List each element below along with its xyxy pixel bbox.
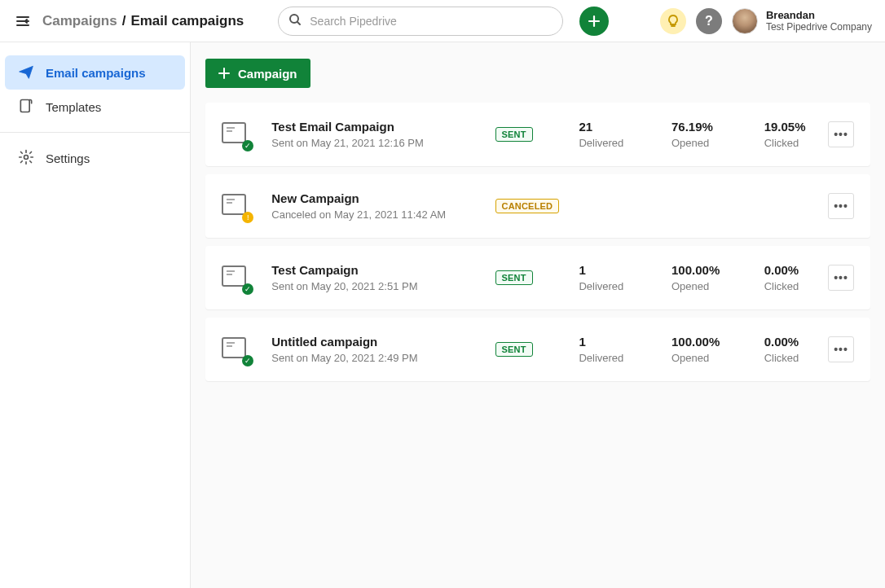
breadcrumb: Campaigns / Email campaigns [42, 13, 244, 29]
topbar-right: ? Breandan Test Pipedrive Company [660, 8, 872, 34]
main: Campaign ✓Test Email CampaignSent on May… [191, 42, 885, 588]
sidebar-item-label: Settings [46, 151, 90, 165]
status-badge: SENT [495, 127, 533, 142]
row-actions-button[interactable]: ••• [828, 336, 854, 362]
create-campaign-button[interactable]: Campaign [205, 59, 310, 88]
sidebar: Email campaigns Templates Sett [0, 42, 191, 588]
global-add-button[interactable] [579, 7, 609, 36]
status-badge: SENT [495, 342, 533, 357]
search-input[interactable] [308, 14, 553, 29]
stat-opened: 76.19%Opened [671, 120, 764, 149]
breadcrumb-sep: / [122, 13, 126, 29]
campaign-subtitle: Canceled on May 21, 2021 11:42 AM [271, 208, 495, 221]
help-icon[interactable]: ? [696, 8, 722, 34]
svg-point-2 [24, 155, 29, 159]
status-badge: CANCELED [495, 199, 560, 213]
stat-clicked: 0.00%Clicked [764, 335, 828, 364]
stat-clicked: 19.05%Clicked [764, 120, 828, 149]
sidebar-item-label: Email campaigns [46, 66, 146, 80]
avatar [732, 8, 758, 34]
row-actions-button[interactable]: ••• [828, 265, 854, 291]
stat-delivered: 1Delivered [579, 335, 671, 364]
stat-delivered: 1Delivered [579, 263, 671, 292]
campaign-subtitle: Sent on May 20, 2021 2:51 PM [271, 280, 495, 292]
create-campaign-label: Campaign [238, 67, 297, 81]
campaign-status-icon: ✓ [222, 265, 250, 290]
campaign-status-icon: ! [222, 194, 250, 218]
row-actions-button[interactable]: ••• [828, 121, 854, 147]
search-icon [288, 13, 302, 29]
search-input-wrapper[interactable] [278, 7, 563, 36]
templates-icon [18, 98, 34, 116]
campaign-name: New Campaign [271, 191, 495, 205]
campaign-status-icon: ✓ [222, 122, 250, 147]
user-company: Test Pipedrive Company [766, 21, 872, 33]
sidebar-item-email-campaigns[interactable]: Email campaigns [5, 55, 185, 90]
campaign-row[interactable]: ✓Test Email CampaignSent on May 21, 2021… [205, 103, 870, 166]
sidebar-divider [0, 132, 190, 133]
sidebar-item-settings[interactable]: Settings [5, 141, 185, 175]
topbar: Campaigns / Email campaigns ? Breandan [0, 0, 885, 42]
campaign-row[interactable]: ✓Test CampaignSent on May 20, 2021 2:51 … [205, 246, 870, 309]
campaign-subtitle: Sent on May 21, 2021 12:16 PM [271, 137, 495, 149]
campaign-name: Untitled campaign [271, 335, 495, 349]
breadcrumb-parent[interactable]: Campaigns [42, 13, 117, 29]
stat-opened: 100.00%Opened [671, 335, 764, 364]
campaign-subtitle: Sent on May 20, 2021 2:49 PM [271, 352, 495, 364]
user-menu[interactable]: Breandan Test Pipedrive Company [732, 8, 872, 34]
stat-delivered: 21Delivered [579, 120, 671, 149]
stat-clicked: 0.00%Clicked [764, 263, 828, 292]
campaign-status-icon: ✓ [222, 337, 250, 362]
sidebar-item-templates[interactable]: Templates [5, 90, 185, 124]
gear-icon [18, 149, 34, 168]
sidebar-item-label: Templates [46, 100, 101, 114]
email-icon [18, 64, 34, 82]
user-name: Breandan [766, 9, 872, 22]
campaign-row[interactable]: !New CampaignCanceled on May 21, 2021 11… [205, 174, 870, 238]
stat-opened: 100.00%Opened [671, 263, 764, 292]
tips-bulb-icon[interactable] [660, 8, 686, 34]
row-actions-button[interactable]: ••• [828, 193, 854, 219]
campaign-name: Test Campaign [271, 263, 495, 277]
breadcrumb-current: Email campaigns [130, 13, 244, 29]
layout: Email campaigns Templates Sett [0, 42, 885, 588]
svg-rect-1 [20, 99, 29, 112]
campaign-list: ✓Test Email CampaignSent on May 21, 2021… [205, 103, 870, 381]
status-badge: SENT [495, 270, 533, 285]
campaign-row[interactable]: ✓Untitled campaignSent on May 20, 2021 2… [205, 318, 870, 381]
campaign-name: Test Email Campaign [271, 120, 495, 134]
menu-toggle-icon[interactable] [13, 11, 33, 31]
